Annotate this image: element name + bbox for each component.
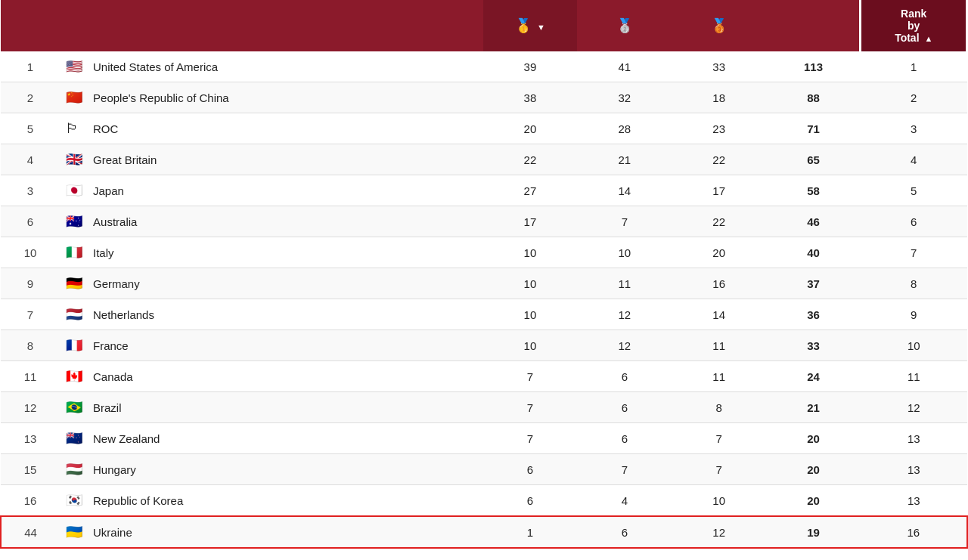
spacer-cell <box>438 423 483 454</box>
flag-icon: 🇳🇱 <box>66 308 87 321</box>
flag-icon: 🇦🇺 <box>66 215 87 228</box>
team-name: Germany <box>93 277 140 290</box>
silver-cell: 4 <box>577 485 672 517</box>
team-name: Republic of Korea <box>93 494 183 507</box>
table-row: 13 🇳🇿 New Zealand 7 6 7 20 13 <box>1 423 967 454</box>
total-cell: 20 <box>766 485 861 517</box>
flag-icon: 🇺🇸 <box>66 60 87 73</box>
silver-cell: 6 <box>577 392 672 423</box>
team-name: Brazil <box>93 401 122 414</box>
rank-cell: 5 <box>1 113 60 144</box>
total-cell: 46 <box>766 206 861 237</box>
rank-by-total-cell: 3 <box>861 113 967 144</box>
bronze-cell: 17 <box>672 175 766 206</box>
gold-cell: 10 <box>483 299 578 330</box>
gold-cell: 10 <box>483 268 578 299</box>
rank-cell: 15 <box>1 454 60 485</box>
rank-by-total-cell: 11 <box>861 361 967 392</box>
bronze-cell: 11 <box>672 361 766 392</box>
total-cell: 113 <box>766 51 861 82</box>
rank-by-total-cell: 6 <box>861 206 967 237</box>
bronze-cell: 16 <box>672 268 766 299</box>
total-cell: 58 <box>766 175 861 206</box>
gold-cell: 22 <box>483 144 578 175</box>
team-name: Japan <box>93 184 124 197</box>
total-cell: 37 <box>766 268 861 299</box>
rank-by-total-cell: 10 <box>861 330 967 361</box>
gold-cell: 38 <box>483 82 578 113</box>
gold-header[interactable]: 🥇 ▼ <box>483 0 578 51</box>
gold-cell: 7 <box>483 361 578 392</box>
silver-cell: 12 <box>577 299 672 330</box>
rank-cell: 7 <box>1 299 60 330</box>
rank-by-total-cell: 1 <box>861 51 967 82</box>
total-cell: 21 <box>766 392 861 423</box>
team-cell: 🇭🇺 Hungary <box>60 454 437 485</box>
silver-cell: 6 <box>577 516 672 548</box>
silver-header[interactable]: 🥈 <box>577 0 672 51</box>
flag-icon: 🏳 <box>66 122 87 135</box>
team-cell: 🏳 ROC <box>60 113 437 144</box>
team-name: Canada <box>93 370 133 383</box>
gold-cell: 6 <box>483 485 578 517</box>
gold-cell: 39 <box>483 51 578 82</box>
rank-cell: 13 <box>1 423 60 454</box>
flag-icon: 🇳🇿 <box>66 432 87 445</box>
bronze-cell: 10 <box>672 485 766 517</box>
rank-header[interactable] <box>1 0 60 51</box>
table-body: 1 🇺🇸 United States of America 39 41 33 1… <box>1 51 967 548</box>
bronze-cell: 18 <box>672 82 766 113</box>
spacer-cell <box>438 299 483 330</box>
rank-by-total-cell: 9 <box>861 299 967 330</box>
rank-cell: 12 <box>1 392 60 423</box>
rank-by-total-cell: 13 <box>861 454 967 485</box>
team-cell: 🇦🇺 Australia <box>60 206 437 237</box>
silver-cell: 41 <box>577 51 672 82</box>
rank-cell: 6 <box>1 206 60 237</box>
rank-by-total-label: RankbyTotal <box>895 8 926 44</box>
medals-table: 🥇 ▼ 🥈 🥉 RankbyTotal ▲ 1 🇺🇸 United States… <box>0 0 968 549</box>
team-name: Ukraine <box>93 526 132 539</box>
bronze-cell: 11 <box>672 330 766 361</box>
table-row: 6 🇦🇺 Australia 17 7 22 46 6 <box>1 206 967 237</box>
gold-cell: 6 <box>483 454 578 485</box>
rank-by-total-cell: 4 <box>861 144 967 175</box>
flag-icon: 🇨🇳 <box>66 91 87 104</box>
rank-cell: 1 <box>1 51 60 82</box>
bronze-cell: 7 <box>672 454 766 485</box>
total-header[interactable] <box>766 0 861 51</box>
team-name: Hungary <box>93 463 136 476</box>
total-cell: 20 <box>766 423 861 454</box>
table-row: 12 🇧🇷 Brazil 7 6 8 21 12 <box>1 392 967 423</box>
team-name: France <box>93 339 129 352</box>
table-row: 5 🏳 ROC 20 28 23 71 3 <box>1 113 967 144</box>
table-row: 3 🇯🇵 Japan 27 14 17 58 5 <box>1 175 967 206</box>
team-name: Netherlands <box>93 308 154 321</box>
bronze-cell: 33 <box>672 51 766 82</box>
team-cell: 🇩🇪 Germany <box>60 268 437 299</box>
bronze-header[interactable]: 🥉 <box>672 0 766 51</box>
flag-icon: 🇰🇷 <box>66 493 87 507</box>
flag-icon: 🇮🇹 <box>66 246 87 259</box>
team-cell: 🇺🇸 United States of America <box>60 51 437 82</box>
silver-cell: 14 <box>577 175 672 206</box>
total-cell: 40 <box>766 237 861 268</box>
rank-by-total-cell: 8 <box>861 268 967 299</box>
table-row: 4 🇬🇧 Great Britain 22 21 22 65 4 <box>1 144 967 175</box>
table-row: 2 🇨🇳 People's Republic of China 38 32 18… <box>1 82 967 113</box>
team-name: People's Republic of China <box>93 91 229 104</box>
rank-cell: 9 <box>1 268 60 299</box>
team-header[interactable] <box>60 0 437 51</box>
team-cell: 🇧🇷 Brazil <box>60 392 437 423</box>
table-row: 15 🇭🇺 Hungary 6 7 7 20 13 <box>1 454 967 485</box>
table-row: 9 🇩🇪 Germany 10 11 16 37 8 <box>1 268 967 299</box>
silver-cell: 21 <box>577 144 672 175</box>
rank-by-total-header[interactable]: RankbyTotal ▲ <box>861 0 967 51</box>
team-cell: 🇮🇹 Italy <box>60 237 437 268</box>
bronze-cell: 8 <box>672 392 766 423</box>
team-name: ROC <box>93 122 118 135</box>
spacer-cell <box>438 330 483 361</box>
total-cell: 88 <box>766 82 861 113</box>
rank-by-total-cell: 13 <box>861 423 967 454</box>
bronze-cell: 22 <box>672 206 766 237</box>
